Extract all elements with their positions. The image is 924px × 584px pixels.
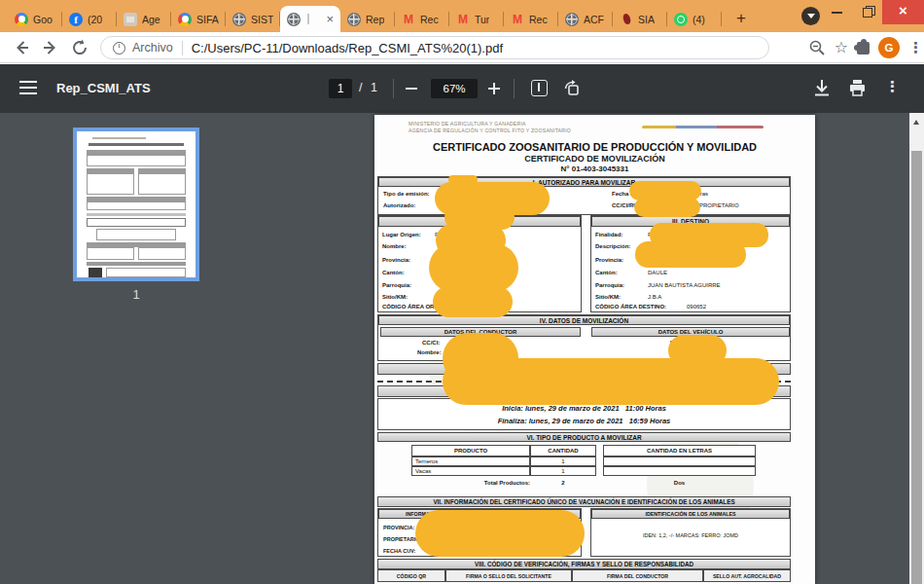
scroll-up-button[interactable] — [909, 113, 924, 128]
tab-tur[interactable]: Tur — [449, 6, 504, 32]
tab-label: Tur — [475, 14, 489, 25]
tab-active-pdf[interactable]: × — [280, 6, 340, 32]
tab-label: Rec — [420, 14, 439, 25]
cert-ministry-line1: MINISTERIO DE AGRICULTURA Y GANADERIA — [409, 121, 526, 127]
tab-acf[interactable]: ACF — [558, 6, 613, 32]
google-favicon-icon — [15, 13, 28, 26]
globe-favicon-icon — [232, 13, 246, 26]
zoom-out-button[interactable] — [406, 88, 417, 90]
pdf-menu-icon[interactable] — [19, 81, 37, 94]
cert-animales-box: IDENTIFICACIÓN DE LOS ANIMALES IDEN: 1,2… — [590, 508, 791, 557]
cert-ministry-line2: AGENCIA DE REGULACIÓN Y CONTROL FITO Y Z… — [409, 128, 571, 133]
whatsapp-favicon-icon — [674, 13, 688, 26]
address-bar-actions: ☆ G ⋮ — [808, 37, 916, 58]
field-label: Lugar Origen: — [382, 232, 421, 237]
tab-sifa[interactable]: SIFA — [171, 6, 226, 32]
tab-search-button[interactable] — [801, 7, 820, 25]
zoom-page-icon[interactable] — [808, 39, 826, 56]
zoom-level[interactable]: 67% — [431, 79, 478, 98]
redaction-blob — [433, 286, 513, 317]
extensions-puzzle-icon[interactable] — [857, 42, 870, 55]
reload-button[interactable] — [70, 38, 89, 57]
download-button[interactable] — [813, 79, 831, 97]
tab-facebook[interactable]: (20 — [62, 6, 117, 32]
forward-button[interactable] — [41, 38, 60, 57]
redaction-blob — [635, 241, 746, 268]
print-button[interactable] — [848, 79, 867, 97]
cert-iden-text: IDEN: 1,2, -/- MARCAS: FERRO: JOMD — [591, 532, 790, 538]
tab-label: (4) — [693, 14, 705, 25]
bookmark-star-icon[interactable]: ☆ — [835, 38, 848, 57]
tab-rep[interactable]: Rep — [340, 6, 395, 32]
browser-tabstrip: Goo (20 Age SIFA SIST × Rep Rec Tur Rec … — [0, 0, 924, 32]
tab-list: Goo (20 Age SIFA SIST × Rep Rec Tur Rec … — [8, 6, 722, 32]
globe-favicon-icon — [565, 13, 579, 26]
cert-animales-header: IDENTIFICACIÓN DE LOS ANIMALES — [591, 509, 790, 519]
page-info-icon[interactable] — [113, 42, 125, 55]
url-text[interactable]: C:/Users/PC-11/Downloads/Rep_CSMI_ATS%20… — [192, 41, 503, 55]
cert-section4: IV. DATOS DE MOVILIZACIÓN DATOS DEL COND… — [377, 314, 791, 361]
field-label: Parroquia: — [382, 282, 411, 288]
thumb-sketch — [106, 268, 186, 277]
redaction-blob — [429, 243, 518, 292]
facebook-favicon-icon — [69, 13, 83, 26]
restore-window-button[interactable] — [852, 0, 882, 24]
thumb-sketch — [87, 262, 186, 266]
scrollbar[interactable] — [909, 113, 924, 584]
total-letters: Dos — [603, 480, 756, 486]
globe-favicon-icon — [287, 13, 301, 26]
omnibox[interactable]: Archivo C:/Users/PC-11/Downloads/Rep_CSM… — [100, 36, 769, 59]
field-label: Provincia: — [595, 257, 623, 263]
address-bar: Archivo C:/Users/PC-11/Downloads/Rep_CSM… — [0, 32, 924, 63]
field-label: CC/CI: — [422, 340, 440, 346]
cert-section6-header: VI. TIPO DE PRODUCTO A MOVILIZAR — [377, 432, 791, 442]
pdf-title: Rep_CSMI_ATS — [56, 81, 151, 95]
browser-menu-button[interactable]: ⋮ — [908, 38, 916, 57]
back-button[interactable] — [12, 38, 31, 57]
field-value: J.B.A — [648, 294, 661, 300]
tab-label: Rec — [529, 14, 548, 25]
field-label: Finalidad: — [595, 232, 622, 237]
gmail-favicon-icon — [456, 13, 470, 26]
field-label: Parroquia: — [595, 282, 624, 288]
generic-favicon-icon — [124, 13, 137, 26]
tab-label: SIST — [251, 14, 273, 25]
tab-google[interactable]: Goo — [8, 6, 62, 32]
tab-whatsapp[interactable]: (4) — [667, 6, 722, 32]
tab-rec-2[interactable]: Rec — [504, 6, 558, 32]
field-label: Cantón: — [382, 270, 405, 275]
col-producto: PRODUCTO — [411, 445, 530, 456]
col-firma-solicitante: FIRMA O SELLO DEL SOLICITANTE — [445, 569, 572, 582]
tab-sist[interactable]: SIST — [226, 6, 280, 32]
page-number-input[interactable]: 1 — [329, 79, 352, 98]
fit-page-button[interactable] — [531, 80, 548, 96]
tab-close-icon[interactable]: × — [326, 13, 334, 25]
total-value: 2 — [530, 480, 596, 486]
close-window-button[interactable] — [882, 0, 924, 24]
page-total: 1 — [371, 81, 377, 94]
cert-number: N° 01-403-3045331 — [374, 164, 815, 173]
cert-inicia: Inicia: lunes, 29 de marzo de 2021 11:00… — [378, 404, 790, 413]
tab-label: Age — [142, 14, 160, 25]
field-label: Sitio/KM: — [595, 294, 621, 300]
profile-avatar[interactable]: G — [878, 37, 900, 58]
pdf-more-button[interactable]: ⋮ — [885, 78, 895, 95]
rotate-button[interactable] — [562, 79, 582, 98]
scrollbar-thumb[interactable] — [911, 151, 922, 584]
tab-sia[interactable]: SIA — [613, 6, 667, 32]
page-thumbnail[interactable] — [73, 128, 199, 281]
field-label: Descripción: — [595, 243, 630, 249]
pdf-viewer-content: 1 MINISTERIO DE AGRICULTURA Y GANADERIA … — [0, 113, 924, 584]
thumb-sketch — [87, 213, 186, 216]
thumb-sketch — [87, 247, 134, 260]
thumb-sketch — [92, 137, 146, 139]
sia-favicon-icon — [620, 13, 633, 26]
new-tab-button[interactable]: + — [729, 7, 753, 30]
thumb-sketch — [89, 268, 102, 277]
minimize-button[interactable] — [822, 0, 852, 24]
zoom-in-button[interactable] — [488, 83, 500, 94]
tab-age[interactable]: Age — [117, 6, 171, 32]
ecuador-flag-line — [642, 126, 764, 128]
thumb-sketch — [87, 155, 186, 166]
tab-rec-1[interactable]: Rec — [395, 6, 449, 32]
